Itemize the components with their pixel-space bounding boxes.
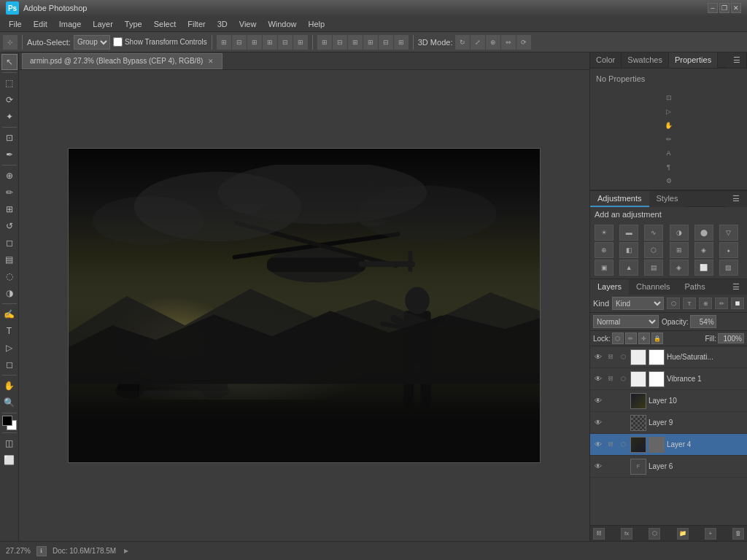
- zoom-tool[interactable]: 🔍: [1, 394, 18, 411]
- layer-visibility-toggle[interactable]: 👁: [593, 462, 603, 472]
- panel-icon7[interactable]: ⚙: [663, 175, 675, 187]
- distribute-center-h-icon[interactable]: ⊟: [333, 35, 347, 50]
- link-layers-icon[interactable]: ⛓: [593, 528, 605, 540]
- lasso-tool[interactable]: ⟳: [1, 92, 18, 108]
- levels-adj-icon[interactable]: ▬: [619, 225, 638, 241]
- menu-type[interactable]: Type: [119, 18, 148, 30]
- document-tab[interactable]: armin.psd @ 27.3% (Bleach Bypass (CEP 4)…: [22, 53, 222, 69]
- layer-item[interactable]: 👁 Layer 10: [590, 390, 747, 412]
- hue-sat-adj-icon[interactable]: ▽: [719, 225, 738, 241]
- menu-3d[interactable]: 3D: [212, 18, 233, 30]
- layer-item[interactable]: 👁 Layer 9: [590, 412, 747, 434]
- layer-item[interactable]: 👁 ⛓ ⬡ Vibrance 1: [590, 368, 747, 390]
- menu-file[interactable]: File: [3, 18, 28, 30]
- panel-icon6[interactable]: ¶: [663, 161, 675, 173]
- tab-paths[interactable]: Paths: [678, 279, 713, 295]
- distribute-center-v-icon[interactable]: ⊟: [379, 35, 393, 50]
- lock-transparent-icon[interactable]: ⬡: [612, 332, 624, 344]
- tab-channels[interactable]: Channels: [629, 279, 677, 295]
- screen-mode-tool[interactable]: ⬜: [1, 452, 18, 468]
- menu-window[interactable]: Window: [262, 18, 302, 30]
- align-bottom-icon[interactable]: ⊞: [293, 35, 308, 50]
- minimize-button[interactable]: –: [708, 3, 718, 13]
- filter-kind-dropdown[interactable]: Kind: [612, 297, 664, 310]
- quick-select-tool[interactable]: ✦: [1, 109, 18, 125]
- filter-icon2[interactable]: T: [683, 298, 696, 309]
- posterize-adj-icon[interactable]: ▣: [595, 260, 614, 276]
- eraser-tool[interactable]: ◻: [1, 235, 18, 251]
- distribute-right-icon[interactable]: ⊞: [348, 35, 363, 50]
- align-center-v-icon[interactable]: ⊟: [278, 35, 293, 50]
- stamp-tool[interactable]: ⊞: [1, 201, 18, 217]
- align-center-h-icon[interactable]: ⊟: [232, 35, 247, 50]
- menu-filter[interactable]: Filter: [182, 18, 211, 30]
- layer-visibility-toggle[interactable]: 👁: [593, 352, 603, 362]
- type-tool[interactable]: T: [1, 323, 18, 339]
- vibrance-adj-icon[interactable]: ⬤: [694, 225, 713, 241]
- layer-item[interactable]: 👁 ⛓ ⬡ Hue/Saturati...: [590, 346, 747, 368]
- layer-item[interactable]: 👁 F Layer 6: [590, 456, 747, 478]
- move-tool-icon[interactable]: ⊹: [3, 35, 18, 50]
- filter-icon3[interactable]: ⊕: [699, 298, 712, 309]
- gradient-tool[interactable]: ▤: [1, 252, 18, 268]
- crop-tool[interactable]: ⊡: [1, 130, 18, 146]
- lock-all-icon[interactable]: 🔒: [651, 332, 663, 344]
- restore-button[interactable]: ❐: [719, 3, 729, 13]
- lock-pixels-icon[interactable]: ✏: [625, 332, 637, 344]
- panel-icon1[interactable]: ⊡: [663, 92, 675, 104]
- distribute-left-icon[interactable]: ⊞: [317, 35, 332, 50]
- menu-view[interactable]: View: [233, 18, 263, 30]
- panel-icon4[interactable]: ✏: [663, 133, 675, 145]
- 3d-scale-icon[interactable]: ⊕: [486, 35, 500, 50]
- tab-properties[interactable]: Properties: [669, 52, 718, 68]
- new-layer-icon[interactable]: +: [705, 528, 716, 540]
- invert-adj-icon[interactable]: ⬥: [719, 242, 738, 258]
- tab-adjustments[interactable]: Adjustments: [590, 191, 649, 207]
- foreground-color[interactable]: [2, 416, 12, 426]
- photo-filter-adj-icon[interactable]: ⬡: [644, 242, 663, 258]
- selective-color-adj-icon[interactable]: ◈: [670, 260, 689, 276]
- bw-adj-icon[interactable]: ◧: [619, 242, 638, 258]
- healing-tool[interactable]: ⊕: [1, 168, 18, 184]
- add-mask-icon[interactable]: ⬡: [649, 528, 660, 540]
- layer-visibility-toggle[interactable]: 👁: [593, 418, 603, 428]
- menu-layer[interactable]: Layer: [87, 18, 119, 30]
- tab-swatches[interactable]: Swatches: [622, 52, 669, 68]
- layer-visibility-toggle[interactable]: 👁: [593, 440, 603, 450]
- tab-color[interactable]: Color: [590, 52, 622, 68]
- 3d-rotate-icon[interactable]: ↻: [455, 35, 470, 50]
- 3d-pan-icon[interactable]: ⤢: [471, 35, 485, 50]
- history-tool[interactable]: ↺: [1, 218, 18, 234]
- tab-layers[interactable]: Layers: [590, 279, 629, 295]
- gradient-fill-adj-icon[interactable]: ▧: [719, 260, 738, 276]
- solid-color-adj-icon[interactable]: ⬜: [694, 260, 713, 276]
- window-controls[interactable]: – ❐ ✕: [708, 3, 741, 13]
- quick-mask-tool[interactable]: ◫: [1, 435, 18, 451]
- dodge-tool[interactable]: ◑: [1, 285, 18, 301]
- color-balance-adj-icon[interactable]: ⊕: [595, 242, 614, 258]
- layer-item[interactable]: 👁 ⛓ ⬡ Layer 4: [590, 434, 747, 456]
- opacity-input[interactable]: 54%: [690, 315, 716, 328]
- lock-position-icon[interactable]: ✛: [638, 332, 650, 344]
- shape-tool[interactable]: ◻: [1, 357, 18, 373]
- filter-icon4[interactable]: ✏: [715, 298, 728, 309]
- layer-visibility-toggle[interactable]: 👁: [593, 396, 603, 406]
- panel-options-button[interactable]: ☰: [727, 52, 747, 68]
- color-swatches[interactable]: [2, 416, 17, 430]
- 3d-roll-icon[interactable]: ⟳: [516, 35, 531, 50]
- new-group-icon[interactable]: 📁: [677, 528, 689, 540]
- show-transform-checkbox[interactable]: [113, 37, 123, 47]
- canvas-image[interactable]: [68, 148, 541, 463]
- channel-mixer-adj-icon[interactable]: ⊞: [670, 242, 689, 258]
- move-tool[interactable]: ↖: [1, 54, 18, 70]
- threshold-adj-icon[interactable]: ▲: [619, 260, 638, 276]
- align-right-icon[interactable]: ⊞: [247, 35, 262, 50]
- distribute-top-icon[interactable]: ⊞: [363, 35, 378, 50]
- brightness-adj-icon[interactable]: ☀: [595, 225, 614, 241]
- panel-icon2[interactable]: ▷: [663, 106, 675, 117]
- menu-select[interactable]: Select: [148, 18, 182, 30]
- eyedropper-tool[interactable]: ✒: [1, 147, 18, 163]
- layers-options-button[interactable]: ☰: [725, 279, 747, 295]
- pen-tool[interactable]: ✍: [1, 306, 18, 322]
- tab-styles[interactable]: Styles: [649, 191, 686, 207]
